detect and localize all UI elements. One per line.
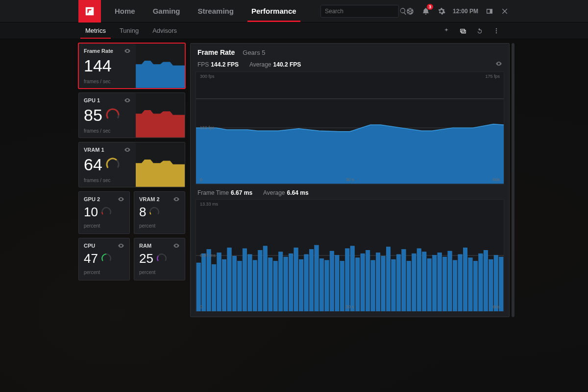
search-input[interactable] [324, 7, 399, 15]
tab-advisors[interactable]: Advisors [146, 23, 184, 39]
eye-icon[interactable] [173, 242, 180, 249]
svg-rect-36 [289, 254, 293, 311]
svg-rect-46 [340, 261, 344, 311]
dock-icon[interactable] [485, 7, 494, 16]
svg-rect-72 [473, 261, 478, 311]
svg-rect-43 [325, 260, 329, 311]
metric-cards: Frame Rate 144 frames / sec GPU 1 85 fra… [78, 43, 185, 387]
svg-rect-32 [269, 257, 273, 311]
detail-title: Frame Rate [197, 48, 235, 56]
svg-rect-63 [427, 258, 432, 311]
svg-rect-50 [361, 254, 365, 311]
axis-label: 150 fps [200, 125, 215, 130]
svg-rect-75 [489, 259, 493, 311]
fps-chart[interactable]: 300 fps 175 fps 150 fps 0 30 s 60s [196, 71, 504, 184]
svg-rect-77 [499, 257, 504, 311]
fps-value: 144.2 FPS [211, 61, 239, 68]
frametime-chart[interactable]: 13.33 ms 6.67 ms 0 30 s 60s [196, 199, 504, 312]
svg-rect-34 [278, 252, 283, 311]
card-frame rate[interactable]: Frame Rate 144 frames / sec [78, 43, 185, 89]
fps-statbar: FPS144.2 FPS Average140.2 FPS [191, 60, 509, 71]
globe-icon[interactable] [406, 7, 415, 16]
card-gpu 2[interactable]: GPU 2 10 percent [78, 191, 130, 234]
sparkle-icon[interactable] [442, 26, 451, 35]
card-vram 2[interactable]: VRAM 2 8 percent [134, 191, 185, 234]
svg-rect-28 [248, 254, 252, 311]
svg-rect-45 [335, 255, 340, 311]
workspace: Frame Rate 144 frames / sec GPU 1 85 fra… [78, 43, 510, 387]
svg-rect-53 [376, 253, 380, 311]
frametime-value: 6.67 ms [231, 189, 252, 196]
svg-rect-62 [422, 252, 427, 311]
svg-rect-64 [432, 255, 437, 311]
overlay-icon[interactable] [459, 26, 467, 35]
search-box[interactable] [320, 5, 399, 18]
nav-performance[interactable]: Performance [243, 0, 305, 22]
amd-logo[interactable] [78, 0, 101, 23]
eye-icon[interactable] [495, 60, 502, 69]
svg-rect-74 [484, 250, 488, 311]
frametime-statbar: Frame Time6.67 ms Average6.64 ms [191, 189, 509, 199]
frametime-avg-label: Average [263, 189, 285, 196]
card-vram 1[interactable]: VRAM 1 64 frames / sec [78, 142, 185, 187]
svg-rect-24 [227, 248, 232, 311]
nav-home[interactable]: Home [106, 0, 144, 22]
scrollbar[interactable] [512, 43, 514, 317]
axis-label: 0 [200, 304, 202, 309]
tab-tuning[interactable]: Tuning [113, 23, 146, 39]
svg-rect-38 [299, 259, 303, 311]
nav-gaming[interactable]: Gaming [144, 0, 189, 22]
svg-rect-29 [253, 260, 257, 311]
svg-rect-27 [243, 248, 247, 311]
eye-icon[interactable] [118, 196, 124, 203]
svg-rect-58 [402, 249, 406, 311]
svg-rect-51 [366, 250, 370, 311]
bell-icon[interactable]: 3 [421, 7, 430, 16]
svg-rect-52 [371, 260, 375, 311]
avg-value: 140.2 FPS [273, 61, 301, 68]
app-header: HomeGamingStreamingPerformance 3 12:00 P… [0, 0, 588, 23]
eye-icon[interactable] [124, 47, 131, 54]
svg-rect-20 [207, 249, 211, 311]
svg-rect-40 [309, 249, 314, 311]
svg-rect-68 [453, 260, 457, 311]
svg-rect-57 [396, 254, 401, 311]
close-icon[interactable] [501, 7, 510, 16]
fps-label: FPS [197, 61, 209, 68]
tab-metrics[interactable]: Metrics [78, 23, 113, 39]
svg-rect-60 [412, 254, 416, 311]
axis-label: 60s [492, 304, 500, 309]
card-ram[interactable]: RAM 25 percent [134, 238, 185, 280]
svg-rect-49 [355, 257, 360, 311]
more-icon[interactable] [492, 26, 501, 35]
svg-rect-41 [315, 245, 319, 311]
eye-icon[interactable] [124, 97, 131, 104]
svg-rect-21 [212, 264, 216, 311]
svg-rect-19 [201, 254, 206, 311]
card-gpu 1[interactable]: GPU 1 85 frames / sec [78, 92, 185, 138]
svg-rect-31 [263, 246, 268, 311]
nav-streaming[interactable]: Streaming [189, 0, 243, 22]
svg-rect-56 [392, 259, 396, 311]
card-cpu[interactable]: CPU 47 percent [78, 238, 130, 280]
svg-point-0 [496, 28, 497, 29]
gear-icon[interactable] [437, 7, 446, 16]
svg-rect-66 [442, 257, 447, 311]
axis-label: 300 fps [200, 74, 215, 79]
eye-icon[interactable] [124, 146, 131, 153]
axis-label: 175 fps [485, 74, 500, 79]
svg-rect-47 [345, 248, 350, 311]
axis-label: 0 [200, 177, 202, 182]
reset-icon[interactable] [475, 26, 484, 35]
svg-rect-30 [258, 250, 263, 311]
svg-rect-65 [438, 253, 442, 311]
eye-icon[interactable] [173, 196, 180, 203]
clock: 12:00 PM [453, 8, 478, 15]
axis-label: 30 s [345, 304, 354, 309]
svg-rect-67 [448, 251, 452, 311]
eye-icon[interactable] [118, 242, 124, 249]
svg-rect-42 [319, 258, 324, 311]
detail-panel: Frame Rate Gears 5 FPS144.2 FPS Average1… [190, 43, 510, 317]
frametime-avg-value: 6.64 ms [287, 189, 309, 196]
svg-rect-71 [468, 257, 473, 311]
